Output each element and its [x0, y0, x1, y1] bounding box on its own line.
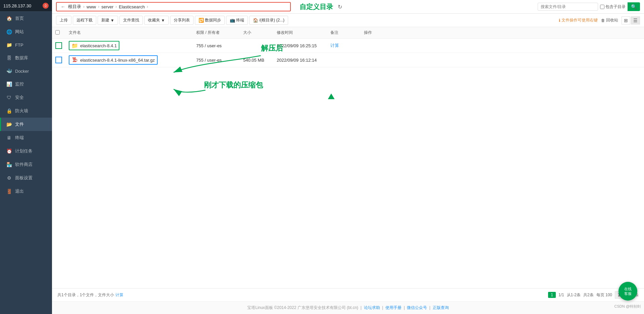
sidebar-item-label: FTP	[15, 43, 23, 48]
terminal-button[interactable]: 📺 终端	[226, 16, 248, 25]
terminal-icon: 🖥	[6, 135, 12, 140]
include-subdir-checkbox[interactable]	[600, 5, 604, 9]
file-note	[327, 53, 361, 67]
table-row: 📁 elasticsearch-8.4.1 755 / user-es 2022…	[52, 39, 644, 53]
path-server[interactable]: server	[101, 4, 113, 9]
notification-badge: 0	[43, 3, 49, 9]
file-ops	[361, 53, 644, 67]
sidebar-item-appstore[interactable]: 🏪 软件商店	[0, 158, 52, 171]
sync-icon: 🔁	[199, 18, 204, 23]
sidebar-item-label: 安全	[15, 95, 24, 101]
path-bar: ← 根目录 › www › server › Elasticsearch ›	[56, 2, 291, 11]
sidebar-item-monitor[interactable]: 📊 监控	[0, 77, 52, 91]
sidebar-item-terminal[interactable]: 🖥 终端	[0, 131, 52, 144]
path-root[interactable]: 根目录	[68, 4, 81, 10]
calculate-link[interactable]: 计算	[115, 293, 123, 297]
search-button[interactable]: 🔍	[628, 2, 640, 11]
forum-link[interactable]: 论坛求助	[364, 305, 380, 310]
sidebar-item-home[interactable]: 🏠 首页	[0, 12, 52, 25]
file-modified: 2022/09/09 16:25:15	[273, 39, 327, 53]
row-checkbox-archive[interactable]	[55, 57, 62, 63]
home-path-button[interactable]: 🏠 /(根目录) (2...)	[249, 16, 288, 25]
file-note: 计算	[327, 39, 361, 53]
file-find-button[interactable]: 文件查找	[119, 16, 143, 25]
sidebar-item-label: Docker	[15, 69, 29, 74]
col-header-perms: 权限 / 所有者	[193, 27, 240, 39]
svg-marker-2	[328, 93, 335, 99]
file-name[interactable]: elasticsearch-8.4.1	[80, 43, 117, 48]
sidebar-item-firewall[interactable]: 🔒 防火墙	[0, 104, 52, 118]
file-table: 文件名 权限 / 所有者 大小 修改时间 备注 操作 📁	[52, 27, 644, 67]
sidebar-item-files[interactable]: 📂 文件	[0, 118, 52, 131]
grid-view-button[interactable]: ⊞	[622, 16, 630, 24]
path-elasticsearch[interactable]: Elasticsearch	[119, 4, 145, 9]
online-chat-button[interactable]: 在线 客服	[619, 282, 637, 301]
home-path-icon: 🏠	[253, 18, 258, 23]
archive-row-highlight: 🗜 elasticsearch-8.4.1-linux-x86_64.tar.g…	[69, 55, 158, 65]
file-size: 540.05 MB	[240, 53, 273, 67]
refresh-button[interactable]: ↻	[335, 2, 345, 11]
info-icon: ℹ	[559, 18, 560, 23]
sidebar-item-label: 防火墙	[15, 108, 28, 114]
footer-info: 共1个目录，1个文件，文件大小 计算	[57, 292, 123, 298]
file-modified: 2022/09/09 16:12:14	[273, 53, 327, 67]
current-page-btn[interactable]: 1	[548, 292, 556, 298]
table-row: 🗜 elasticsearch-8.4.1-linux-x86_64.tar.g…	[52, 53, 644, 67]
sidebar-item-settings[interactable]: ⚙ 面板设置	[0, 171, 52, 185]
sidebar-item-cron[interactable]: ⏰ 计划任务	[0, 144, 52, 158]
appstore-icon: 🏪	[6, 162, 12, 167]
row-checkbox-folder[interactable]	[55, 42, 62, 49]
share-list-button[interactable]: 分享列表	[170, 16, 194, 25]
ftp-icon: 📁	[6, 42, 12, 48]
folder-row-highlight: 📁 elasticsearch-8.4.1	[69, 41, 119, 50]
col-header-modified: 修改时间	[273, 27, 327, 39]
topbar: ← 根目录 › www › server › Elasticsearch › 自…	[52, 0, 644, 14]
sidebar-ip: 115.28.137.30	[3, 3, 31, 8]
file-name[interactable]: elasticsearch-8.4.1-linux-x86_64.tar.gz	[80, 58, 155, 63]
back-button[interactable]: ←	[59, 4, 67, 9]
sidebar-item-docker[interactable]: 🐳 Docker	[0, 65, 52, 77]
main-content: ← 根目录 › www › server › Elasticsearch › 自…	[52, 0, 644, 314]
sidebar-item-label: 软件商店	[15, 162, 33, 168]
search-input[interactable]	[538, 3, 598, 11]
file-ops-hint: ℹ 文件操作可使用右键	[559, 17, 598, 23]
sidebar-item-label: 首页	[15, 15, 24, 21]
sidebar-item-label: 监控	[15, 81, 24, 87]
path-www[interactable]: www	[87, 4, 96, 9]
monitor-icon: 📊	[6, 81, 12, 87]
recycle-button[interactable]: 🗑 回收站	[601, 17, 618, 23]
sidebar-item-website[interactable]: 🌐 网站	[0, 25, 52, 39]
search-area: 包含子目录 🔍	[538, 2, 640, 11]
shield-icon: 🛡	[6, 95, 12, 100]
list-view-button[interactable]: ☰	[631, 16, 640, 24]
sidebar-item-security[interactable]: 🛡 安全	[0, 91, 52, 104]
recycle-icon: 🗑	[601, 18, 605, 23]
archive-icon: 🗜	[71, 57, 78, 63]
sidebar-item-database[interactable]: 🗄 数据库	[0, 51, 52, 65]
file-size	[240, 39, 273, 53]
upload-button[interactable]: 上传	[56, 16, 71, 25]
data-sync-button[interactable]: 🔁 数据同步	[195, 16, 225, 25]
csdn-label: CSDN @特别剑	[614, 304, 641, 309]
files-icon: 📂	[6, 122, 12, 127]
sidebar-header: 115.28.137.30 0	[0, 0, 52, 12]
col-header-name: 文件名	[65, 27, 193, 39]
file-area: 文件名 权限 / 所有者 大小 修改时间 备注 操作 📁	[52, 27, 644, 288]
docker-icon: 🐳	[6, 68, 12, 74]
select-all-checkbox[interactable]	[55, 30, 60, 35]
favorites-button[interactable]: 收藏夹 ▼	[144, 16, 169, 25]
new-button[interactable]: 新建 ▼	[98, 16, 118, 25]
sidebar-item-label: 面板设置	[15, 175, 33, 181]
wechat-link[interactable]: 微信公众号	[407, 305, 427, 310]
remote-download-button[interactable]: 远程下载	[73, 16, 96, 25]
view-toggle: ⊞ ☰	[622, 16, 640, 24]
sidebar-item-logout[interactable]: 🚪 退出	[0, 185, 52, 198]
col-header-size: 大小	[240, 27, 273, 39]
folder-icon: 📁	[71, 42, 78, 49]
manual-link[interactable]: 使用手册	[385, 305, 401, 310]
svg-text:刚才下载的压缩包: 刚才下载的压缩包	[204, 81, 263, 89]
toolbar: 上传 远程下载 新建 ▼ 文件查找 收藏夹 ▼ 分享列表 🔁 数据同步 📺 终端…	[52, 14, 644, 27]
sidebar-item-ftp[interactable]: 📁 FTP	[0, 39, 52, 51]
file-perms: 755 / user-es	[193, 39, 240, 53]
official-link[interactable]: 正版查询	[433, 305, 449, 310]
